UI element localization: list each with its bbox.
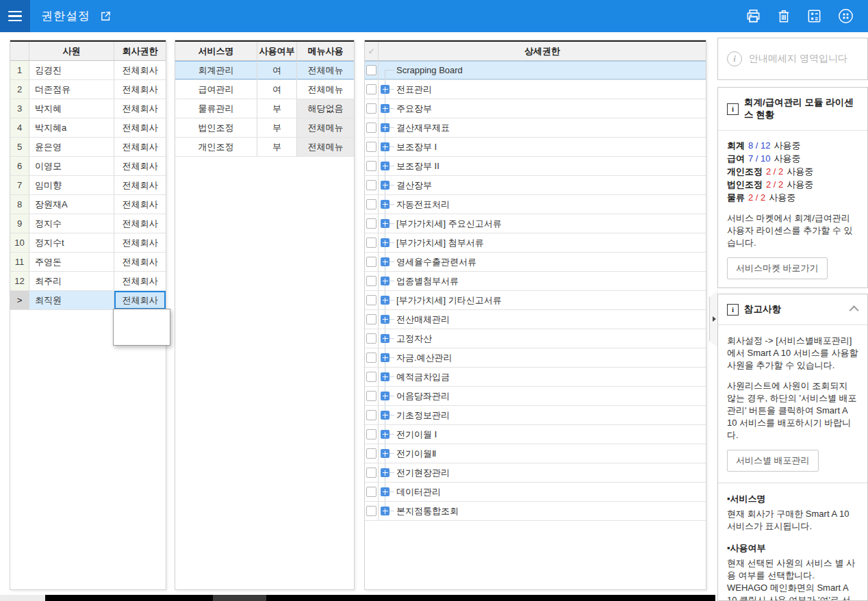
employee-row[interactable]: 7 임미향 전체회사 bbox=[10, 176, 166, 195]
expand-icon[interactable] bbox=[381, 430, 390, 439]
tree-node-cell[interactable]: [부가가치세] 첨부서류 bbox=[379, 233, 706, 252]
permission-tree-row[interactable]: 업종별첨부서류 bbox=[365, 272, 706, 291]
employee-name-cell[interactable]: 윤은영 bbox=[29, 138, 114, 156]
dropdown-option[interactable] bbox=[114, 309, 170, 327]
employee-row[interactable]: 4 박지혜a 전체회사 bbox=[10, 118, 166, 138]
service-row[interactable]: 급여관리 여 전체메뉴 bbox=[175, 80, 354, 99]
checkbox[interactable] bbox=[366, 276, 376, 286]
checkbox[interactable] bbox=[366, 257, 376, 267]
permission-tree-row[interactable]: 자금.예산관리 bbox=[365, 348, 706, 368]
company-permission-cell[interactable]: 전체회사 bbox=[114, 195, 166, 214]
company-permission-cell[interactable]: 전체회사 bbox=[114, 138, 166, 156]
employee-row[interactable]: 5 윤은영 전체회사 bbox=[10, 138, 166, 157]
company-permission-cell[interactable]: 전체회사 bbox=[114, 253, 166, 271]
permission-tree-row[interactable]: [부가가치세] 첨부서류 bbox=[365, 233, 706, 253]
employee-name-cell[interactable]: 박지혜a bbox=[29, 118, 114, 137]
employee-row[interactable]: 2 더존점유 전체회사 bbox=[10, 80, 166, 99]
tree-node-cell[interactable]: 결산재무제표 bbox=[379, 118, 706, 137]
tree-node-cell[interactable]: 전기이월Ⅱ bbox=[379, 444, 706, 463]
company-permission-cell[interactable]: 전체회사 bbox=[114, 118, 166, 137]
calculator-icon[interactable] bbox=[806, 8, 822, 24]
service-row[interactable]: 법인조정 부 전체메뉴 bbox=[175, 118, 354, 138]
employee-row[interactable]: 10 정지수t 전체회사 bbox=[10, 233, 166, 253]
permission-tree-row[interactable]: 전기이월 Ⅰ bbox=[365, 425, 706, 444]
permission-tree-row[interactable]: 결산장부 bbox=[365, 176, 706, 195]
permission-tree-row[interactable]: 보조장부 I bbox=[365, 138, 706, 157]
permission-tree-row[interactable]: 보조장부 II bbox=[365, 157, 706, 176]
service-name-cell[interactable]: 회계관리 bbox=[175, 61, 257, 79]
permission-tree-row[interactable]: 결산재무제표 bbox=[365, 118, 706, 138]
tree-node-cell[interactable]: 전산매체관리 bbox=[379, 310, 706, 329]
service-name-cell[interactable]: 물류관리 bbox=[175, 99, 257, 118]
checkbox[interactable] bbox=[366, 218, 376, 229]
service-row[interactable]: 물류관리 부 해당없음 bbox=[175, 99, 354, 118]
tree-node-cell[interactable]: Scrapping Board bbox=[379, 61, 706, 79]
permission-tree-row[interactable]: 전표관리 bbox=[365, 80, 706, 99]
expand-icon[interactable] bbox=[381, 353, 390, 362]
service-market-button[interactable]: 서비스마켓 바로가기 bbox=[727, 257, 828, 279]
expand-icon[interactable] bbox=[381, 411, 390, 420]
check-all-icon[interactable]: ✓ bbox=[365, 42, 379, 60]
expand-icon[interactable] bbox=[381, 277, 390, 285]
expand-icon[interactable] bbox=[381, 238, 390, 247]
menu-use-cell[interactable]: 전체메뉴 bbox=[297, 118, 354, 137]
employee-row[interactable]: 6 이영모 전체회사 bbox=[10, 157, 166, 176]
menu-use-cell[interactable]: 전체메뉴 bbox=[297, 138, 354, 156]
tree-node-cell[interactable]: 보조장부 II bbox=[379, 157, 706, 175]
tree-node-cell[interactable]: 전기이월 Ⅰ bbox=[379, 425, 706, 444]
dropdown-option[interactable] bbox=[114, 327, 170, 345]
expand-icon[interactable] bbox=[381, 162, 390, 170]
tree-node-cell[interactable]: 고정자산 bbox=[379, 329, 706, 348]
company-permission-cell[interactable]: 전체회사 bbox=[114, 272, 166, 290]
permission-tree-row[interactable]: 기초정보관리 bbox=[365, 406, 706, 425]
checkbox[interactable] bbox=[366, 448, 376, 459]
company-permission-cell[interactable]: 전체회사 bbox=[114, 233, 166, 252]
expand-icon[interactable] bbox=[381, 372, 390, 381]
company-permission-cell[interactable]: 전체회사 bbox=[114, 157, 166, 175]
print-icon[interactable] bbox=[745, 8, 761, 24]
expand-icon[interactable] bbox=[381, 449, 390, 458]
expand-icon[interactable] bbox=[381, 334, 390, 343]
tree-node-cell[interactable]: [부가가치세] 주요신고서류 bbox=[379, 214, 706, 233]
employee-name-cell[interactable]: 김경진 bbox=[29, 61, 114, 79]
tree-node-cell[interactable]: 기초정보관리 bbox=[379, 406, 706, 424]
checkbox[interactable] bbox=[366, 238, 376, 248]
permission-tree-row[interactable]: 고정자산 bbox=[365, 329, 706, 348]
tree-node-cell[interactable]: 본지점통합조회 bbox=[379, 502, 706, 520]
employee-name-cell[interactable]: 임미향 bbox=[29, 176, 114, 194]
checkbox[interactable] bbox=[366, 314, 376, 324]
expand-icon[interactable] bbox=[381, 487, 390, 496]
tree-node-cell[interactable]: 예적금차입금 bbox=[379, 368, 706, 386]
tree-node-cell[interactable]: 주요장부 bbox=[379, 99, 706, 118]
employee-row[interactable]: > 최직원 전체회사 bbox=[10, 291, 166, 310]
permission-tree-row[interactable]: 데이터관리 bbox=[365, 483, 706, 502]
tree-node-cell[interactable]: 전표관리 bbox=[379, 80, 706, 99]
employee-name-cell[interactable]: 주영돈 bbox=[29, 253, 114, 271]
expand-icon[interactable] bbox=[381, 219, 390, 228]
open-new-window-icon[interactable] bbox=[100, 10, 112, 22]
delete-icon[interactable] bbox=[776, 8, 791, 24]
tree-node-cell[interactable]: 전기현장관리 bbox=[379, 463, 706, 482]
tree-node-cell[interactable]: 자동전표처리 bbox=[379, 195, 706, 214]
menu-use-cell[interactable]: 해당없음 bbox=[297, 99, 354, 118]
employee-name-cell[interactable]: 박지혜 bbox=[29, 99, 114, 118]
company-permission-cell[interactable]: 전체회사 bbox=[114, 99, 166, 118]
expand-icon[interactable] bbox=[381, 296, 390, 305]
company-permission-cell[interactable]: 전체회사 bbox=[114, 80, 166, 99]
employee-name-cell[interactable]: 최직원 bbox=[29, 291, 114, 309]
tree-node-cell[interactable]: 결산장부 bbox=[379, 176, 706, 194]
employee-row[interactable]: 12 최주리 전체회사 bbox=[10, 272, 166, 291]
tree-node-cell[interactable]: 업종별첨부서류 bbox=[379, 272, 706, 290]
expand-icon[interactable] bbox=[381, 123, 390, 132]
service-row[interactable]: 개인조정 부 전체메뉴 bbox=[175, 138, 354, 157]
checkbox[interactable] bbox=[366, 391, 376, 401]
hamburger-menu-icon[interactable] bbox=[0, 0, 30, 32]
permission-tree-row[interactable]: [부가가치세] 주요신고서류 bbox=[365, 214, 706, 233]
permission-tree-row[interactable]: [부가가치세] 기타신고서류 bbox=[365, 291, 706, 310]
permission-tree-row[interactable]: 예적금차입금 bbox=[365, 368, 706, 387]
employee-row[interactable]: 11 주영돈 전체회사 bbox=[10, 253, 166, 272]
employee-name-cell[interactable]: 이영모 bbox=[29, 157, 114, 175]
use-flag-cell[interactable]: 부 bbox=[257, 118, 297, 137]
checkbox[interactable] bbox=[366, 180, 376, 190]
checkbox[interactable] bbox=[366, 468, 376, 478]
